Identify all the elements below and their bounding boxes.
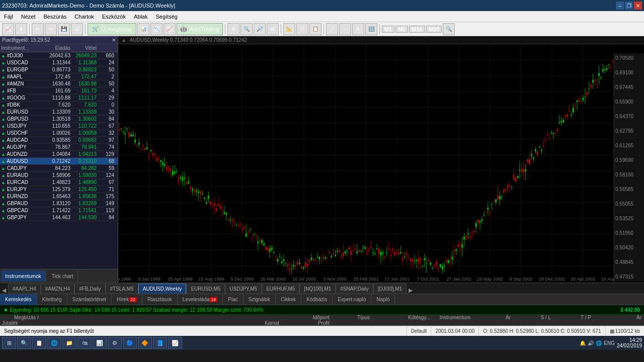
metatrader-button[interactable]: 📈: [168, 337, 182, 349]
tabs-scroll-right[interactable]: ▶: [407, 287, 415, 294]
tabs-scroll-left[interactable]: ◀: [0, 287, 8, 294]
bottom-tab-napl-[interactable]: Napló: [371, 294, 395, 305]
line-button[interactable]: ╱: [326, 23, 338, 35]
zoom-in-button[interactable]: 🔍: [240, 23, 253, 35]
bottom-tab-levelesl-da[interactable]: Levelesláda 18: [178, 294, 223, 305]
chart-tab-usdjpy-m5[interactable]: USDJPY,M5: [225, 284, 262, 294]
chart-tab--snap-daily[interactable]: #SNAP,Daily: [336, 284, 373, 294]
menu-item-eszközök[interactable]: Eszközök: [100, 13, 128, 21]
chart-tab-eurhuf-m5[interactable]: EURHUF,M5: [262, 284, 299, 294]
menu-item-nézet[interactable]: Nézet: [19, 13, 38, 21]
tf-m30[interactable]: M30: [426, 26, 442, 33]
chart-tab-eurusd-m5[interactable]: EURUSD,M5: [186, 284, 225, 294]
chart-tab--dji30--m1[interactable]: [DJI30],M1: [373, 284, 407, 294]
fib-button[interactable]: 🔢: [365, 23, 377, 35]
search-tf-button[interactable]: 🔍: [443, 23, 455, 35]
arrow-button[interactable]: →: [339, 23, 351, 35]
watchlist-row-#aapl[interactable]: ▲ #AAPL 172.45 172.47 2: [0, 73, 118, 80]
watchlist-row-euraud[interactable]: ▲ EURAUD 1.58906 1.59030 124: [0, 172, 118, 179]
watchlist-row-#dji30[interactable]: ▲ #DJI30 26042.63 26049.23 660: [0, 52, 118, 59]
period-button[interactable]: ⏱: [296, 23, 308, 35]
new-order-main-button[interactable]: 🛒 Új megbízás: [88, 23, 136, 35]
redo-button[interactable]: ↪: [45, 23, 57, 35]
bottom-tab-sz-mlat-rt-net[interactable]: Számlatörténet: [67, 294, 112, 305]
settings-button[interactable]: ⚙: [108, 337, 122, 349]
tick-chart-tab[interactable]: Tick chart: [48, 270, 78, 282]
chart-area[interactable]: ▲ AUDUSD,Weekly 0.71340 0.72064 0.70699 …: [118, 36, 644, 283]
grid-button[interactable]: ⊞: [267, 23, 279, 35]
tf-m5[interactable]: M5: [395, 26, 408, 33]
chrome-button[interactable]: 🔵: [123, 337, 137, 349]
watchlist-row-#fb[interactable]: ▲ #FB 161.69 161.73 4: [0, 87, 118, 95]
print-button[interactable]: 🖨: [71, 23, 83, 35]
tf-m15[interactable]: M15: [409, 26, 425, 33]
powerpoint-button[interactable]: 📊: [93, 337, 107, 349]
store-button[interactable]: 🛍: [77, 337, 92, 349]
chart-tab-audusd-weekly[interactable]: AUDUSD,Weekly: [138, 284, 187, 294]
chart-tab--tsla-m5[interactable]: #TSLA,M5: [106, 284, 138, 294]
menu-item-segítség[interactable]: Segítség: [153, 13, 179, 21]
chart-button[interactable]: 📈: [164, 23, 176, 35]
explorer-button[interactable]: 📁: [62, 337, 76, 349]
restore-button[interactable]: ❐: [625, 2, 633, 10]
watchlist-row-#goog[interactable]: ▲ #GOOG 1110.88 1111.17 29: [0, 95, 118, 102]
menu-item-ablak[interactable]: Ablak: [132, 13, 150, 21]
watchlist-row-gbpjpy[interactable]: ▲ GBPJPY 144.463 144.530 84: [0, 214, 118, 221]
menu-item-fájl[interactable]: Fájl: [2, 13, 15, 21]
watchlist-row-#amzn[interactable]: ▲ #AMZN 1630.48 1630.98 50: [0, 80, 118, 87]
autotrading-button[interactable]: 🤖 AutoTrading: [177, 23, 223, 35]
candlestick-chart[interactable]: [118, 44, 614, 282]
taskview-button[interactable]: 📋: [32, 337, 46, 349]
bottom-tab-k-db-zis[interactable]: Kódbázis: [301, 294, 333, 305]
watchlist-row-cadjpy[interactable]: ▲ CADJPY 84.223 84.282 59: [0, 165, 118, 172]
minimize-button[interactable]: –: [616, 2, 624, 10]
sell-button[interactable]: 📉: [150, 23, 163, 35]
watchlist-row-#dbk[interactable]: ▲ #DBK 7.620 7.620 0: [0, 102, 118, 109]
app5-button[interactable]: 🔶: [138, 337, 152, 349]
bottom-tab-kitetts-g[interactable]: Kitettség: [37, 294, 67, 305]
watchlist-row-audnzd[interactable]: ▲ AUDNZD 1.04084 1.04213 129: [0, 151, 118, 158]
watchlist-close-icon[interactable]: ✕: [112, 37, 116, 43]
watchlist-row-eurcad[interactable]: ▲ EURCAD 1.48823 1.48890 67: [0, 179, 118, 186]
undo-button[interactable]: ↩: [32, 23, 44, 35]
bottom-tab-keresked-s[interactable]: Kereskedés: [0, 294, 37, 305]
bottom-tab-cikkek[interactable]: Cikkek: [276, 294, 301, 305]
bottom-tab-szign-lok[interactable]: Szignálok: [244, 294, 276, 305]
tf-m1[interactable]: M1: [382, 26, 394, 33]
buy-button[interactable]: 📊: [137, 23, 149, 35]
edge-button[interactable]: 🌐: [47, 337, 61, 349]
instruments-tab[interactable]: Instrumentumok: [1, 270, 46, 282]
new-chart-button[interactable]: 📈: [2, 23, 14, 35]
bottom-tab-riaszt-sok[interactable]: Riasztások: [142, 294, 178, 305]
zoom-out-button[interactable]: 🔎: [254, 23, 266, 35]
watchlist-row-usdcad[interactable]: ▲ USDCAD 1.31344 1.31368 24: [0, 59, 118, 66]
watchlist-row-audusd[interactable]: ▲ AUDUSD 0.71242 0.71310 68: [0, 158, 118, 165]
watchlist-row-usdchf[interactable]: ▲ USDCHF 1.00026 1.00058 32: [0, 130, 118, 137]
bottom-tab-piac[interactable]: Piac: [223, 294, 243, 305]
watchlist-row-eurgbp[interactable]: ▲ EURGBP 0.86773 0.86823 50: [0, 66, 118, 73]
app6-button[interactable]: 📘: [153, 337, 167, 349]
watchlist-row-audjpy[interactable]: ▲ AUDJPY 78.867 78.941 74: [0, 144, 118, 151]
menu-item-beszúrás[interactable]: Beszúrás: [41, 13, 68, 21]
chart-tab--aapl-h4[interactable]: #AAPL,H4: [8, 284, 41, 294]
watchlist-row-eurusd[interactable]: ▲ EURUSD 1.13309 1.13339 30: [0, 109, 118, 116]
save-button[interactable]: 💾: [58, 23, 70, 35]
watchlist-row-eurnzd[interactable]: ▲ EURNZD 1.65463 1.65638 175: [0, 193, 118, 200]
watchlist-row-eurjpy[interactable]: ▲ EURJPY 125.379 125.450 71: [0, 186, 118, 193]
crosshair-button[interactable]: ✛: [227, 23, 239, 35]
bottom-tab-expert-napl-[interactable]: Expert napló: [333, 294, 371, 305]
watchlist-row-gbpcad[interactable]: ▲ GBPCAD 1.71422 1.71541 119: [0, 207, 118, 214]
search-task-button[interactable]: 🔍: [17, 337, 31, 349]
menu-item-chartok[interactable]: Chartok: [72, 13, 96, 21]
template-button[interactable]: 📋: [309, 23, 321, 35]
start-button[interactable]: ⊞: [2, 337, 16, 349]
chart-tab--nq100--m1[interactable]: [NQ100],M1: [299, 284, 336, 294]
chart-tab--amzn-h4[interactable]: #AMZN,H4: [41, 284, 74, 294]
bottom-tab-h-rek[interactable]: Hírek 22: [112, 294, 142, 305]
watchlist-row-gbpusd[interactable]: ▲ GBPUSD 1.30518 1.30602 84: [0, 116, 118, 123]
new-order-button2[interactable]: ⬆: [15, 23, 27, 35]
watchlist-row-gbpaud[interactable]: ▲ GBPAUD 1.83120 1.83269 149: [0, 200, 118, 207]
chart-tab--fb-daily[interactable]: #FB,Daily: [74, 284, 105, 294]
indicator-button[interactable]: 📐: [283, 23, 295, 35]
close-button[interactable]: ✕: [634, 2, 642, 10]
